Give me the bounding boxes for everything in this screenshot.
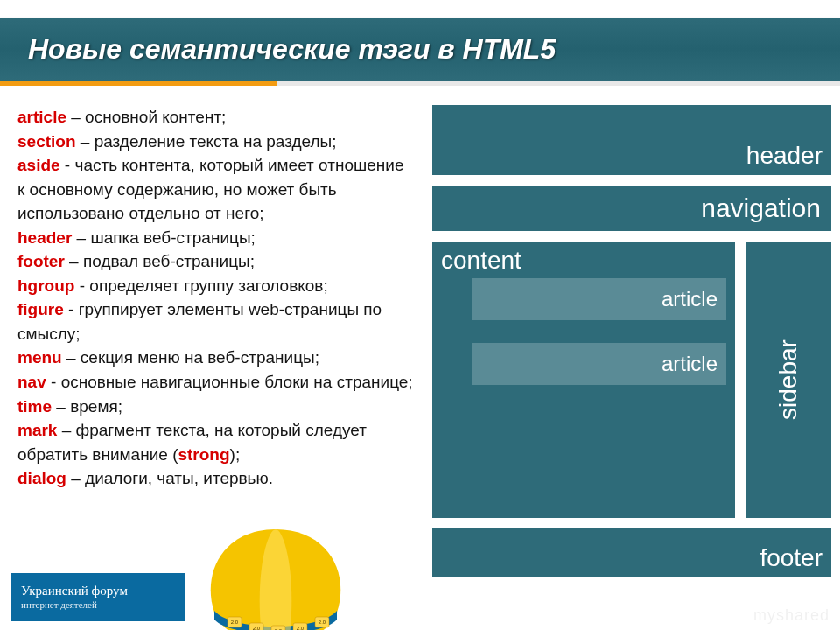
badge-line2: интернет деятелей <box>21 599 175 612</box>
slide-title: Новые семантические тэги в HTML5 <box>28 33 556 66</box>
term-row: section – разделение текста на разделы; <box>18 130 416 154</box>
diagram-sidebar-label: sidebar <box>774 340 802 420</box>
term-row: mark – фрагмент текста, на который следу… <box>18 418 416 466</box>
diagram-content-box: content article article <box>432 242 735 518</box>
balloon-illustration: 2.0 2.0 2.0 2.0 2.0 <box>184 525 368 630</box>
term-desc: - определяет группу заголовков; <box>74 276 327 295</box>
term-highlight: strong <box>178 445 229 464</box>
svg-text:2.0: 2.0 <box>318 620 326 625</box>
term-name: article <box>18 108 66 126</box>
diagram-sidebar-box: sidebar <box>746 242 831 518</box>
term-name: time <box>18 397 52 416</box>
term-desc: – диалоги, чаты, итервью. <box>66 469 273 487</box>
term-desc: ); <box>230 445 241 464</box>
watermark: myshared <box>753 606 830 625</box>
svg-text:2.0: 2.0 <box>297 626 304 630</box>
badge-line1: Украинский форум <box>21 583 175 599</box>
term-row: header – шапка веб-страницы; <box>18 226 416 250</box>
term-row: aside - часть контента, который имеет от… <box>18 153 416 226</box>
term-desc: – время; <box>52 397 122 416</box>
terms-list: article – основной контент;section – раз… <box>18 105 416 491</box>
term-name: nav <box>18 373 46 391</box>
svg-text:2.0: 2.0 <box>231 620 239 625</box>
term-desc: – шапка веб-страницы; <box>72 228 256 247</box>
title-band: Новые семантические тэги в HTML5 <box>0 18 840 80</box>
diagram-footer-box: footer <box>432 528 831 578</box>
diagram-article-box-1: article <box>472 278 726 320</box>
diagram-nav-box: navigation <box>432 186 831 231</box>
accent-bar <box>0 80 840 86</box>
diagram-article-box-2: article <box>472 343 726 385</box>
term-name: aside <box>18 156 60 174</box>
term-row: time – время; <box>18 395 416 419</box>
diagram-footer-label: footer <box>760 544 822 572</box>
term-desc: - часть контента, который имеет отношени… <box>18 156 403 222</box>
svg-text:2.0: 2.0 <box>253 626 261 630</box>
term-desc: - группирует элементы web-страницы по см… <box>18 300 382 343</box>
term-name: hgroup <box>18 276 74 295</box>
term-desc: – секция меню на веб-страницы; <box>62 348 319 367</box>
term-desc: – основной контент; <box>66 108 226 126</box>
term-name: dialog <box>18 469 66 487</box>
term-row: footer – подвал веб-страницы; <box>18 249 416 274</box>
term-name: figure <box>18 300 64 318</box>
term-desc: – разделение текста на разделы; <box>76 132 337 150</box>
term-row: dialog – диалоги, чаты, итервью. <box>18 466 416 491</box>
term-row: article – основной контент; <box>18 105 416 130</box>
term-row: figure - группирует элементы web-страниц… <box>18 298 416 346</box>
diagram-article-label-2: article <box>662 352 718 376</box>
term-row: hgroup - определяет группу заголовков; <box>18 274 416 298</box>
diagram-nav-label: navigation <box>701 193 821 223</box>
term-desc: – подвал веб-страницы; <box>65 252 255 270</box>
term-desc: - основные навигационные блоки на страни… <box>46 373 413 391</box>
term-row: nav - основные навигационные блоки на ст… <box>18 370 416 395</box>
term-name: menu <box>18 348 62 367</box>
diagram-article-label-1: article <box>662 287 718 312</box>
term-name: footer <box>18 252 65 270</box>
term-name: mark <box>18 421 57 439</box>
diagram-header-label: header <box>746 142 822 170</box>
term-row: menu – секция меню на веб-страницы; <box>18 346 416 370</box>
term-name: section <box>18 132 76 150</box>
forum-badge: Украинский форум интернет деятелей <box>10 573 186 621</box>
layout-diagram: header navigation content article articl… <box>432 105 831 595</box>
diagram-content-label: content <box>441 247 522 275</box>
diagram-header-box: header <box>432 105 831 175</box>
term-name: header <box>18 228 72 247</box>
